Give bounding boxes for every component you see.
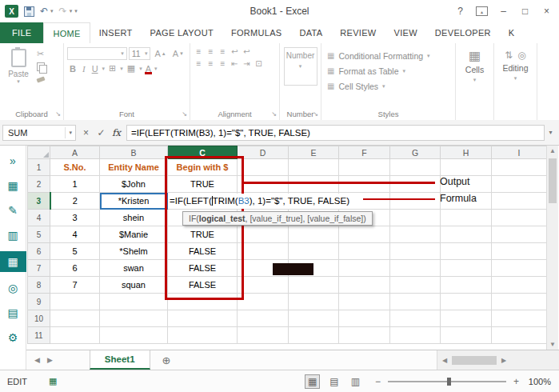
cell[interactable] (441, 327, 492, 344)
cell-b4[interactable]: shein (100, 210, 168, 226)
cell[interactable] (441, 294, 492, 310)
insert-function-icon[interactable]: fx (109, 127, 124, 138)
orientation-icon[interactable]: ↩ (230, 47, 240, 56)
cell[interactable] (441, 226, 492, 243)
col-header-b[interactable]: B (100, 146, 168, 159)
cell[interactable] (289, 310, 339, 327)
customize-qat-icon[interactable]: ▾ (74, 8, 78, 14)
cell[interactable] (390, 193, 441, 210)
tab-kutools-partial[interactable]: K (500, 22, 524, 43)
align-left-icon[interactable]: ≡ (194, 59, 204, 68)
cell[interactable] (100, 310, 168, 327)
cell[interactable] (390, 277, 441, 294)
decrease-indent-icon[interactable]: ⇤ (230, 59, 240, 68)
cell[interactable] (441, 159, 492, 176)
row-header[interactable]: 4 (28, 210, 50, 226)
cell[interactable] (390, 159, 441, 176)
cell[interactable] (50, 327, 100, 344)
cells-icon[interactable]: ▦ (469, 50, 481, 62)
enter-icon[interactable]: ✓ (94, 127, 109, 138)
cell[interactable] (390, 210, 441, 226)
scroll-up-icon[interactable]: ▲ (547, 147, 558, 154)
cell[interactable] (492, 327, 547, 344)
cell[interactable] (238, 327, 289, 344)
number-format-combo[interactable]: Number ▾ (284, 47, 317, 86)
cell[interactable] (390, 294, 441, 310)
maximize-icon[interactable]: □ (514, 2, 536, 20)
editing-label[interactable]: Editing (502, 63, 528, 73)
prev-sheet-icon[interactable]: ◀ (34, 356, 40, 364)
borders-icon[interactable]: ⊞ (106, 63, 118, 74)
name-box[interactable]: SUM ▾ (2, 125, 76, 141)
select-all-corner[interactable] (28, 146, 50, 159)
align-top-icon[interactable]: ≡ (194, 47, 204, 56)
col-header-d[interactable]: D (238, 146, 289, 159)
save-icon[interactable] (24, 6, 34, 17)
cell[interactable] (390, 327, 441, 344)
redo-icon[interactable]: ↷ (59, 6, 67, 16)
cell[interactable] (492, 294, 547, 310)
cell[interactable] (168, 310, 238, 327)
cell[interactable] (441, 310, 492, 327)
cell-c6[interactable]: FALSE (168, 243, 238, 260)
zoom-slider-thumb[interactable] (447, 378, 451, 386)
paste-dropdown-icon[interactable]: ▾ (17, 78, 20, 85)
name-box-dropdown-icon[interactable]: ▾ (65, 127, 75, 138)
cell-b7[interactable]: swan (100, 260, 168, 277)
cell[interactable] (339, 226, 390, 243)
font-size-combo[interactable]: 11▾ (129, 47, 151, 60)
sort-filter-icon[interactable]: ⇅ (505, 50, 513, 61)
tab-review[interactable]: REVIEW (331, 22, 385, 43)
cell[interactable] (339, 159, 390, 176)
sidebar-calendar-icon[interactable]: ▦ (0, 177, 26, 194)
cell[interactable] (390, 176, 441, 193)
cell[interactable] (238, 294, 289, 310)
format-as-table-button[interactable]: ▦ Format as Table ▾ (325, 64, 452, 78)
scroll-down-icon[interactable]: ▼ (547, 341, 558, 348)
cell-b8[interactable]: squan (100, 277, 168, 294)
editing-dropdown-icon[interactable]: ▾ (514, 75, 517, 82)
close-icon[interactable]: × (536, 2, 557, 20)
borders-dropdown-icon[interactable]: ▾ (120, 66, 123, 72)
new-sheet-icon[interactable]: ⊕ (162, 350, 171, 370)
fill-color-icon[interactable]: ▦ (125, 63, 138, 74)
normal-view-icon[interactable]: ▦ (305, 374, 320, 389)
cell-a6[interactable]: 5 (50, 243, 100, 260)
col-header-i[interactable]: I (492, 146, 547, 159)
tab-developer[interactable]: DEVELOPER (426, 22, 500, 43)
cell-c1[interactable]: Begin with $ (168, 159, 238, 176)
underline-icon[interactable]: U (90, 64, 101, 74)
cell-a7[interactable]: 6 (50, 260, 100, 277)
horizontal-scroll-thumb[interactable] (452, 356, 497, 365)
font-color-icon[interactable]: A (144, 64, 153, 74)
cell[interactable] (289, 226, 339, 243)
sidebar-print-icon[interactable]: ▥ (0, 226, 26, 244)
tab-file[interactable]: FILE (0, 22, 43, 43)
cell[interactable] (238, 277, 289, 294)
cell[interactable] (390, 243, 441, 260)
cell[interactable] (339, 243, 390, 260)
paste-button[interactable]: Paste ▾ (3, 47, 34, 107)
cell[interactable] (289, 159, 339, 176)
cell[interactable] (339, 176, 390, 193)
cell[interactable] (492, 260, 547, 277)
cell-a8[interactable]: 7 (50, 277, 100, 294)
zoom-slider[interactable] (388, 381, 506, 382)
cells-dropdown-icon[interactable]: ▾ (473, 77, 477, 83)
alignment-dialog-launcher-icon[interactable]: ↘ (271, 111, 277, 118)
col-header-g[interactable]: G (390, 146, 441, 159)
tab-formulas[interactable]: FORMULAS (222, 22, 291, 43)
cell-b6[interactable]: *Shelm (100, 243, 168, 260)
cell[interactable] (390, 226, 441, 243)
underline-dropdown-icon[interactable]: ▾ (102, 66, 106, 72)
sheet-tab-sheet1[interactable]: Sheet1 (90, 350, 150, 370)
cell-styles-button[interactable]: ▦ Cell Styles ▾ (325, 79, 452, 93)
col-header-c-active[interactable]: C (168, 146, 238, 159)
number-format-dropdown-icon[interactable]: ▾ (299, 63, 302, 70)
tab-insert[interactable]: INSERT (90, 22, 142, 43)
help-icon[interactable]: ? (449, 2, 471, 20)
tab-view[interactable]: VIEW (385, 22, 426, 43)
copy-icon[interactable] (37, 62, 45, 72)
cell-b5[interactable]: $Manie (100, 226, 168, 243)
col-header-a[interactable]: A (50, 146, 100, 159)
